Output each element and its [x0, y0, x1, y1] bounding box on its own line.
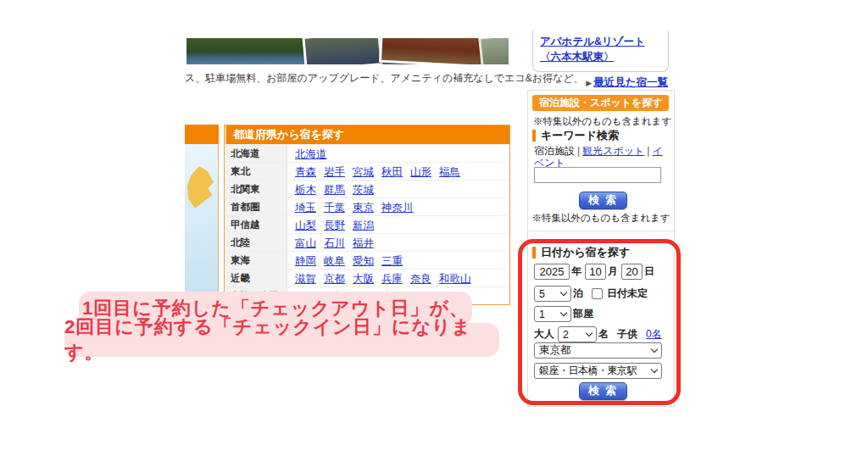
search-note: ※特集以外のものも含まれます: [533, 115, 671, 128]
region-label: 東北: [225, 163, 287, 180]
prefecture-table-title: 都道府県から宿を探す: [225, 125, 509, 144]
tab-lodging[interactable]: 宿泊施設: [534, 145, 575, 157]
children-label: 子供: [617, 327, 637, 342]
search-section-title: 宿泊施設・スポットを探す: [532, 95, 669, 111]
photo-polaroid: [302, 38, 382, 64]
prefecture-links: 滋賀京都大阪兵庫奈良和歌山: [287, 270, 509, 286]
hokkaido-map-icon[interactable]: [187, 166, 214, 209]
page: ス、駐車場無料、お部屋のアップグレード、アメニティの補充なしでエコ&お得など、 …: [0, 0, 868, 456]
prefecture-link[interactable]: 京都: [324, 273, 345, 285]
adults-label: 大人: [534, 327, 554, 342]
table-row: 近畿滋賀京都大阪兵庫奈良和歌山: [225, 269, 509, 286]
prefecture-link[interactable]: 秋田: [381, 166, 403, 178]
prefecture-link[interactable]: 和歌山: [439, 273, 471, 285]
prefecture-table: 都道府県から宿を探す 北海道北海道東北青森岩手宮城秋田山形福島北関東栃木群馬茨城…: [224, 125, 510, 305]
chevron-down-icon: [560, 309, 567, 316]
chevron-down-icon: [651, 346, 658, 353]
prefecture-links: 栃木群馬茨城: [287, 181, 509, 197]
search-note-2: ※特集以外のものも含まれます: [527, 212, 675, 225]
date-input-row: 年 月 日: [534, 264, 658, 280]
sidebar-divider: [528, 231, 674, 231]
nights-select[interactable]: 5: [534, 286, 571, 302]
children-count-link[interactable]: 0名: [646, 327, 662, 342]
prefecture-link[interactable]: 兵庫: [381, 273, 403, 285]
date-search-button[interactable]: 検 索: [579, 382, 627, 400]
chevron-down-icon: [586, 330, 593, 336]
rooms-select[interactable]: 1: [534, 306, 571, 322]
prefecture-link[interactable]: 福島: [439, 166, 460, 178]
table-row: 北海道北海道: [225, 144, 509, 162]
prefecture-link[interactable]: 栃木: [295, 184, 316, 196]
month-input[interactable]: [585, 264, 606, 280]
nights-row: 5 泊 日付未定: [534, 286, 648, 302]
year-input[interactable]: [534, 264, 570, 280]
prefecture-link[interactable]: 長野: [324, 220, 345, 231]
prefecture-link[interactable]: 新潟: [353, 220, 374, 231]
chevron-down-icon: [651, 366, 658, 373]
recent-hotel-link[interactable]: アパホテル&リゾート〈六本木駅東〉: [540, 36, 645, 63]
prefecture-link[interactable]: 石川: [324, 237, 345, 249]
month-unit-label: 月: [608, 264, 618, 279]
table-row: 北関東栃木群馬茨城: [225, 180, 509, 197]
prefecture-link[interactable]: 千葉: [324, 202, 345, 214]
prefecture-link[interactable]: 東京: [353, 202, 374, 214]
year-unit-label: 年: [571, 264, 581, 279]
region-label: 近畿: [225, 270, 287, 286]
rooms-value: 1: [539, 309, 545, 320]
prefecture-link[interactable]: 愛知: [353, 255, 374, 267]
rooms-unit-label: 部屋: [573, 307, 593, 321]
table-row: 甲信越山梨長野新潟: [225, 215, 509, 233]
date-undecided-label: 日付未定: [607, 286, 648, 301]
prefecture-link[interactable]: 岐阜: [324, 255, 345, 267]
prefecture-link[interactable]: 岩手: [324, 166, 345, 178]
prefecture-link[interactable]: 富山: [295, 237, 316, 249]
prefecture-select[interactable]: 東京都: [534, 342, 662, 359]
prefecture-link[interactable]: 埼玉: [295, 202, 316, 214]
date-undecided-checkbox[interactable]: [592, 288, 603, 299]
table-row: 北陸富山石川福井: [225, 233, 509, 251]
prefecture-links: 静岡岐阜愛知三重: [287, 252, 509, 269]
day-input[interactable]: [621, 264, 643, 280]
keyword-search-button[interactable]: 検 索: [579, 192, 627, 209]
annotation-text-2: 2回目に予約する「チェックイン日」になります。: [64, 314, 499, 365]
date-search-heading: 日付から宿を探す: [532, 247, 630, 259]
region-label: 東海: [225, 252, 287, 269]
region-label: 北陸: [225, 234, 287, 251]
nights-unit-label: 泊: [573, 286, 583, 301]
keyword-search-heading: キーワード検索: [532, 130, 619, 142]
prefecture-link[interactable]: 神奈川: [381, 202, 414, 214]
prefecture-link[interactable]: 山梨: [295, 220, 316, 231]
photo-polaroid: [478, 38, 509, 64]
campaign-photo-banner[interactable]: [186, 38, 509, 64]
keyword-search-input[interactable]: [534, 167, 661, 183]
prefecture-link[interactable]: 北海道: [295, 148, 327, 160]
prefecture-link[interactable]: 宮城: [353, 166, 374, 178]
prefecture-link[interactable]: 茨城: [353, 184, 374, 196]
table-row: 東北青森岩手宮城秋田山形福島: [225, 162, 509, 180]
table-row: 東海静岡岐阜愛知三重: [225, 251, 509, 269]
region-label: 甲信越: [225, 216, 287, 233]
prefecture-link[interactable]: 大阪: [353, 273, 374, 285]
prefecture-link[interactable]: 群馬: [324, 184, 345, 196]
area-select[interactable]: 銀座・日本橋・東京駅: [534, 363, 662, 379]
adults-select[interactable]: 2: [558, 326, 597, 342]
tab-separator: |: [577, 145, 580, 157]
prefecture-link[interactable]: 奈良: [410, 273, 431, 285]
recent-list-link[interactable]: 最近見た宿一覧: [593, 76, 668, 88]
prefecture-link[interactable]: 静岡: [295, 255, 316, 267]
region-label: 首都圏: [225, 198, 287, 215]
tab-sightseeing-spot[interactable]: 観光スポット: [582, 145, 644, 157]
adults-unit-label: 名: [598, 327, 609, 342]
prefecture-link[interactable]: 青森: [295, 166, 316, 178]
prefecture-link[interactable]: 滋賀: [295, 273, 316, 285]
campaign-caption: ス、駐車場無料、お部屋のアップグレード、アメニティの補充なしでエコ&お得など、: [185, 71, 517, 86]
prefecture-link[interactable]: 山形: [410, 166, 431, 178]
prefecture-link[interactable]: 三重: [381, 255, 403, 267]
prefecture-links: 山梨長野新潟: [287, 216, 509, 233]
prefecture-link[interactable]: 福井: [353, 237, 374, 249]
recently-viewed-box: アパホテル&リゾート〈六本木駅東〉: [532, 31, 669, 72]
japan-map-header-fragment: [185, 125, 219, 144]
search-type-tabs: 宿泊施設|観光スポット|イベント: [534, 145, 663, 169]
rooms-row: 1 部屋: [534, 306, 597, 322]
prefecture-links: 埼玉千葉東京神奈川: [287, 198, 509, 215]
